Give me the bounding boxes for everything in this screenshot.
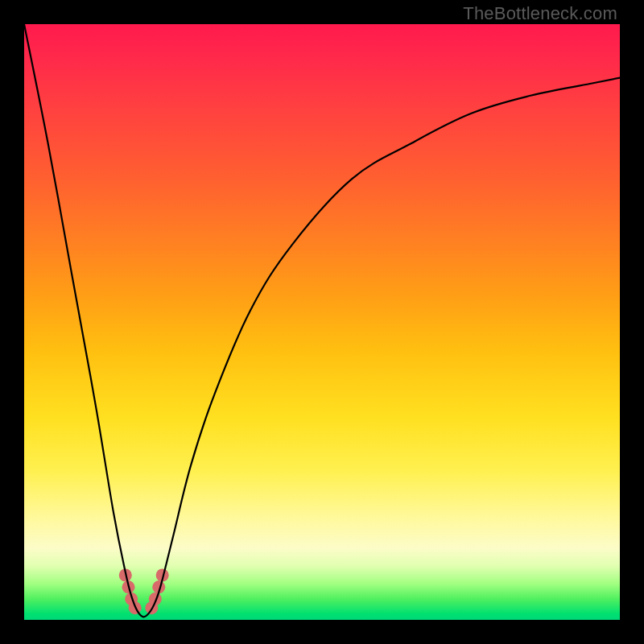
watermark-text: TheBottleneck.com bbox=[463, 3, 617, 24]
bottleneck-chart bbox=[24, 24, 620, 620]
plot-area bbox=[24, 24, 620, 620]
outer-frame: TheBottleneck.com bbox=[0, 0, 644, 644]
bottleneck-curve-path bbox=[24, 24, 620, 617]
